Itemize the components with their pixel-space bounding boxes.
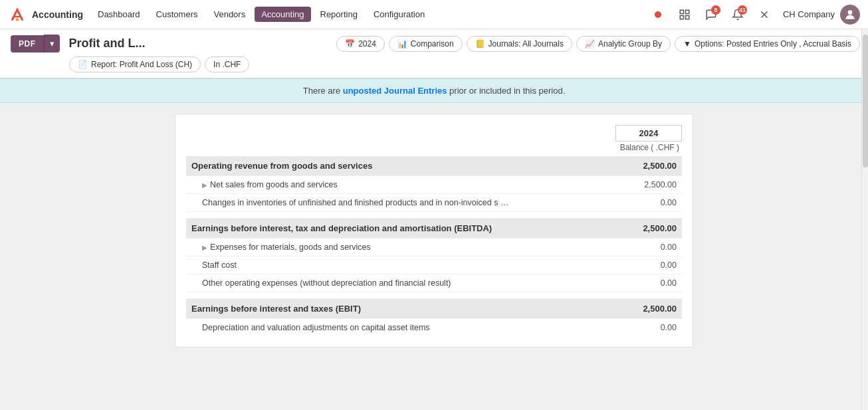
table-row: Changes in inventories of unfinished and… (186, 194, 682, 212)
filter-options-label: Options: Posted Entries Only , Accrual B… (695, 39, 851, 49)
alert-link[interactable]: unposted Journal Entries (343, 86, 447, 96)
table-row: Earnings before interest, tax and deprec… (186, 219, 682, 239)
filter-comparison[interactable]: 📊 Comparison (389, 36, 463, 52)
page-title: Profit and L... (69, 37, 146, 51)
svg-rect-1 (680, 10, 683, 13)
table-row: ▶Expenses for materials, goods and servi… (186, 239, 682, 256)
table-row: Depreciation and valuation adjustments o… (186, 319, 682, 337)
row-amount: 0.00 (607, 194, 682, 212)
pdf-dropdown-button[interactable]: ▾ (44, 35, 60, 52)
filter-year-label: 2024 (358, 39, 376, 49)
scrollbar-thumb[interactable] (863, 35, 868, 167)
analytic-icon: 📈 (585, 39, 595, 49)
expand-icon[interactable]: ▶ (202, 181, 210, 189)
table-row: Earnings before interest and taxes (EBIT… (186, 299, 682, 319)
filter-row-2: 📄 Report: Profit And Loss (CH) In .CHF (11, 56, 860, 72)
nav-icons: 8 41 CH Company (647, 4, 860, 25)
scrollbar-track[interactable] (861, 29, 868, 358)
filter-currency-label: In .CHF (213, 60, 241, 69)
row-amount: 0.00 (607, 256, 682, 274)
filter-analytic-label: Analytic Group By (598, 39, 662, 49)
filter-journals[interactable]: 📒 Journals: All Journals (467, 36, 572, 52)
table-row: Staff cost 0.00 (186, 256, 682, 274)
filter-report[interactable]: 📄 Report: Profit And Loss (CH) (69, 56, 201, 72)
filter-analytic[interactable]: 📈 Analytic Group By (576, 36, 671, 52)
report-year-header: 2024 (186, 125, 682, 142)
row-amount: 0.00 (607, 239, 682, 256)
row-amount: 2,500.00 (607, 176, 682, 194)
pdf-button-group: PDF ▾ (11, 35, 60, 52)
svg-rect-3 (680, 15, 683, 19)
alerts-icon[interactable]: 41 (727, 4, 748, 25)
spacer-row (186, 292, 682, 299)
toolbar: PDF ▾ Profit and L... 📅 2024 📊 Compariso… (0, 29, 868, 78)
report-card: 2024 Balance ( .CHF ) Operating revenue … (175, 114, 693, 348)
row-label: ▶Net sales from goods and services (186, 176, 607, 194)
balance-subheader: Balance ( .CHF ) (186, 143, 682, 152)
chart-icon: 📊 (397, 39, 407, 49)
table-row: Other operating expenses (without deprec… (186, 274, 682, 292)
row-label: Depreciation and valuation adjustments o… (186, 319, 607, 337)
app-logo[interactable] (8, 5, 27, 24)
row-label: ▶Expenses for materials, goods and servi… (186, 239, 607, 256)
table-row: Operating revenue from goods and service… (186, 156, 682, 176)
spacer-row (186, 212, 682, 219)
pdf-button[interactable]: PDF (11, 35, 44, 52)
alert-banner: There are unposted Journal Entries prior… (0, 78, 868, 103)
main-content: 2024 Balance ( .CHF ) Operating revenue … (0, 103, 868, 358)
company-name: CH Company (783, 9, 835, 19)
section-label: Earnings before interest, tax and deprec… (186, 219, 607, 239)
alerts-badge: 41 (738, 5, 747, 15)
expand-icon[interactable]: ▶ (202, 244, 210, 251)
grid-icon[interactable] (674, 4, 695, 25)
section-amount: 2,500.00 (607, 156, 682, 176)
filter-report-label: Report: Profit And Loss (CH) (91, 60, 192, 69)
user-avatar[interactable] (840, 5, 860, 25)
row-amount: 0.00 (607, 274, 682, 292)
report-icon: 📄 (78, 60, 88, 69)
row-label: Staff cost (186, 256, 607, 274)
nav-vendors[interactable]: Vendors (207, 7, 252, 22)
nav-reporting[interactable]: Reporting (314, 7, 364, 22)
table-row: ▶Net sales from goods and services 2,500… (186, 176, 682, 194)
brand-name: Accounting (32, 9, 83, 20)
filter-journals-label: Journals: All Journals (488, 39, 564, 49)
nav-customers[interactable]: Customers (150, 7, 205, 22)
filter-icon: ▼ (683, 39, 691, 49)
status-dot-icon[interactable] (647, 4, 669, 25)
chat-icon[interactable]: 8 (701, 4, 722, 25)
filter-currency[interactable]: In .CHF (205, 56, 249, 72)
svg-rect-4 (685, 15, 689, 19)
svg-rect-2 (685, 10, 689, 13)
journal-icon: 📒 (475, 39, 485, 49)
report-table: Operating revenue from goods and service… (186, 156, 682, 336)
section-label: Operating revenue from goods and service… (186, 156, 607, 176)
nav-dashboard[interactable]: Dashboard (91, 7, 147, 22)
nav-configuration[interactable]: Configuration (367, 7, 431, 22)
chat-badge: 8 (711, 5, 720, 15)
alert-text-before: There are (303, 86, 343, 96)
row-label: Other operating expenses (without deprec… (186, 274, 607, 292)
filter-options[interactable]: ▼ Options: Posted Entries Only , Accrual… (675, 36, 860, 52)
svg-point-7 (848, 10, 853, 15)
filter-row-1: 📅 2024 📊 Comparison 📒 Journals: All Jour… (336, 36, 860, 52)
year-box: 2024 (615, 125, 682, 142)
filter-comparison-label: Comparison (411, 39, 454, 49)
svg-point-0 (16, 18, 19, 21)
top-navigation: Accounting Dashboard Customers Vendors A… (0, 0, 868, 29)
section-amount: 2,500.00 (607, 219, 682, 239)
alert-text-after: prior or included in this period. (447, 86, 565, 96)
close-icon[interactable] (754, 4, 775, 25)
section-amount: 2,500.00 (607, 299, 682, 319)
nav-accounting[interactable]: Accounting (255, 7, 310, 22)
filter-year[interactable]: 📅 2024 (336, 36, 385, 52)
row-label: Changes in inventories of unfinished and… (186, 194, 607, 212)
calendar-icon: 📅 (345, 39, 355, 49)
section-label: Earnings before interest and taxes (EBIT… (186, 299, 607, 319)
row-amount: 0.00 (607, 319, 682, 337)
